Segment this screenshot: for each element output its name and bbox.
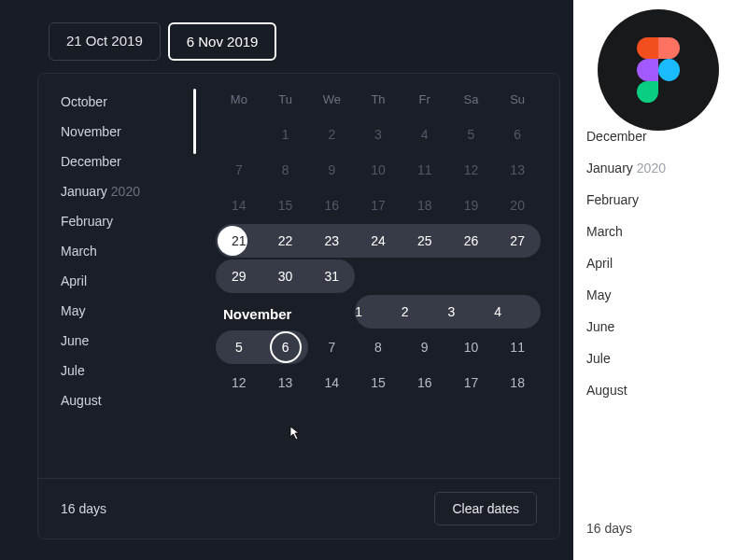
month-item[interactable]: January2020 xyxy=(586,155,747,181)
day-cell[interactable]: 14 xyxy=(308,366,355,399)
calendar-row: 1 2 3 4 5 6 xyxy=(216,118,541,151)
day-cell[interactable]: 7 xyxy=(216,153,262,187)
day-cell[interactable]: 1 xyxy=(355,295,402,329)
day-cell[interactable]: 31 xyxy=(308,259,355,293)
day-cell[interactable]: 29 xyxy=(216,259,262,293)
day-cell xyxy=(355,259,402,293)
day-cell[interactable]: 15 xyxy=(262,189,309,222)
calendar-row: 21 22 23 24 25 26 27 xyxy=(216,224,541,258)
month-item[interactable]: June xyxy=(61,328,196,354)
month-item[interactable]: October xyxy=(61,89,196,115)
month-list-scroll: October November December January2020 Fe… xyxy=(61,89,196,413)
day-cell[interactable]: 5 xyxy=(448,118,495,151)
calendar-row: 12 13 14 15 16 17 18 xyxy=(216,366,541,399)
month-item[interactable]: June xyxy=(586,314,747,340)
day-cell[interactable]: 3 xyxy=(355,118,402,151)
month-title: November xyxy=(223,306,355,322)
day-cell[interactable]: 18 xyxy=(494,366,541,399)
month-item[interactable]: February xyxy=(61,208,196,234)
day-cell xyxy=(494,259,541,293)
day-cell xyxy=(216,118,262,151)
month-item[interactable]: February xyxy=(586,187,747,213)
weekday: Th xyxy=(355,89,402,110)
day-cell[interactable]: 17 xyxy=(448,366,495,399)
date-picker-popover: October November December January2020 Fe… xyxy=(37,73,560,539)
month-item[interactable]: January2020 xyxy=(61,178,196,204)
day-cell[interactable]: 13 xyxy=(262,366,309,399)
day-cell[interactable]: 11 xyxy=(402,153,448,187)
day-cell[interactable]: 23 xyxy=(308,224,355,258)
month-item[interactable]: November xyxy=(61,119,196,145)
day-cell[interactable]: 8 xyxy=(355,330,402,364)
date-inputs: 21 Oct 2019 6 Nov 2019 xyxy=(49,22,276,61)
day-cell[interactable]: 19 xyxy=(448,189,495,222)
day-cell[interactable]: 12 xyxy=(448,153,495,187)
day-cell[interactable]: 10 xyxy=(448,330,495,364)
day-cell[interactable]: 14 xyxy=(216,189,262,222)
day-cell[interactable]: 20 xyxy=(494,189,541,222)
weekday: Tu xyxy=(262,89,309,110)
start-date-input[interactable]: 21 Oct 2019 xyxy=(49,22,161,61)
day-cell[interactable]: 5 xyxy=(216,330,262,364)
weekday: Su xyxy=(494,89,541,110)
calendar-row: 5 6 7 8 9 10 11 xyxy=(216,330,541,364)
month-item[interactable]: Jule xyxy=(61,357,196,384)
month-list-light: December January2020 February March Apri… xyxy=(586,123,747,403)
month-item[interactable]: April xyxy=(61,268,196,294)
scrollbar-thumb[interactable] xyxy=(193,89,196,154)
month-item[interactable]: April xyxy=(586,250,747,276)
month-item[interactable]: August xyxy=(586,377,747,403)
range-start-day[interactable]: 21 xyxy=(216,224,262,258)
day-cell xyxy=(402,259,448,293)
calendar-row: 7 8 9 10 11 12 13 xyxy=(216,153,541,187)
month-item[interactable]: Jule xyxy=(586,345,747,371)
day-cell[interactable]: 25 xyxy=(402,224,448,258)
month-item[interactable]: December xyxy=(61,148,196,175)
calendar-row: 29 30 31 xyxy=(216,259,541,293)
day-cell[interactable]: 17 xyxy=(355,189,402,222)
weekday: We xyxy=(308,89,355,110)
day-cell[interactable]: 27 xyxy=(494,224,541,258)
month-item[interactable]: May xyxy=(61,298,196,324)
day-cell[interactable]: 11 xyxy=(494,330,541,364)
calendar-area: Mo Tu We Th Fr Sa Su 1 2 3 4 5 6 xyxy=(197,74,559,478)
clear-dates-button[interactable]: Clear dates xyxy=(434,492,537,525)
day-cell[interactable]: 9 xyxy=(308,153,355,187)
month-item[interactable]: May xyxy=(586,282,747,308)
weekday: Sa xyxy=(448,89,495,110)
month-item[interactable]: March xyxy=(61,238,196,264)
day-cell[interactable]: 6 xyxy=(494,118,541,151)
range-end-day[interactable]: 6 xyxy=(262,330,309,364)
day-cell[interactable]: 24 xyxy=(355,224,402,258)
day-cell[interactable]: 26 xyxy=(448,224,495,258)
day-cell[interactable]: 18 xyxy=(402,189,448,222)
end-date-input[interactable]: 6 Nov 2019 xyxy=(168,22,277,61)
month-item[interactable]: August xyxy=(61,387,196,413)
day-cell[interactable]: 9 xyxy=(402,330,448,364)
day-cell[interactable]: 2 xyxy=(402,295,448,329)
weekday-header: Mo Tu We Th Fr Sa Su xyxy=(216,89,541,110)
day-cell[interactable]: 1 xyxy=(262,118,309,151)
day-cell[interactable]: 15 xyxy=(355,366,402,399)
day-cell[interactable]: 4 xyxy=(402,118,448,151)
day-cell[interactable]: 3 xyxy=(448,295,495,329)
month-list[interactable]: October November December January2020 Fe… xyxy=(38,74,197,478)
day-cell[interactable]: 8 xyxy=(262,153,309,187)
figma-logo-icon xyxy=(598,9,719,131)
day-cell[interactable]: 30 xyxy=(262,259,309,293)
weekday: Fr xyxy=(402,89,448,110)
day-cell[interactable]: 10 xyxy=(355,153,402,187)
day-cell xyxy=(448,259,495,293)
day-cell[interactable]: 13 xyxy=(494,153,541,187)
month-item[interactable]: March xyxy=(586,218,747,245)
day-cell[interactable]: 12 xyxy=(216,366,262,399)
day-cell[interactable]: 22 xyxy=(262,224,309,258)
days-count: 16 days xyxy=(61,501,106,516)
day-cell[interactable]: 16 xyxy=(308,189,355,222)
picker-footer: 16 days Clear dates xyxy=(38,478,559,539)
november-header-row: November 1 2 3 4 xyxy=(216,295,541,329)
day-cell[interactable]: 2 xyxy=(308,118,355,151)
day-cell[interactable]: 4 xyxy=(494,295,541,329)
day-cell[interactable]: 16 xyxy=(402,366,448,399)
day-cell[interactable]: 7 xyxy=(308,330,355,364)
